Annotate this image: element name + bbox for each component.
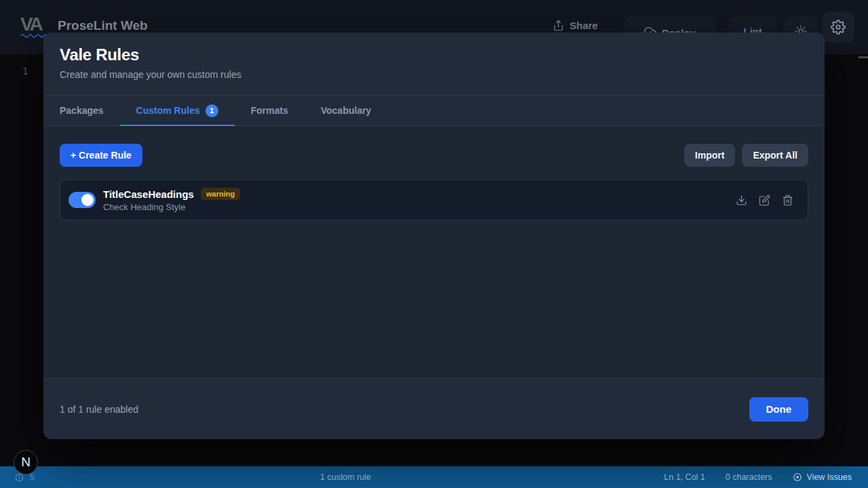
settings-button[interactable] [822,12,854,43]
editor-line-number: 1 [22,66,28,77]
edit-icon [759,195,770,206]
gear-icon [831,20,846,35]
rule-row: TitleCaseHeadings warning Check Heading … [60,180,808,220]
download-icon [736,195,747,206]
dialog-tabs: Packages Custom Rules 1 Formats Vocabula… [43,95,825,126]
tab-packages-label: Packages [60,105,104,116]
rules-toolbar: + Create Rule Import Export All [60,144,808,167]
screen: VA ProseLint Web Share Deploy Lint [0,0,868,488]
dev-tools-badge[interactable]: N [14,450,38,474]
app-title: ProseLint Web [58,18,148,33]
tab-vocabulary-label: Vocabulary [321,105,371,116]
tab-custom-rules[interactable]: Custom Rules 1 [120,96,235,125]
delete-rule-button[interactable] [778,190,797,209]
done-button[interactable]: Done [749,397,809,422]
cursor-position: Ln 1, Col 1 [664,472,705,482]
custom-rule-count: 1 custom rule [320,466,371,488]
create-rule-button[interactable]: + Create Rule [60,144,142,167]
problems-count: 5 [30,472,35,482]
share-icon [553,20,564,31]
share-label: Share [570,20,598,31]
tab-formats[interactable]: Formats [235,96,304,125]
eye-icon [793,472,802,482]
download-rule-button[interactable] [732,190,751,209]
export-all-button[interactable]: Export All [742,144,808,167]
import-button[interactable]: Import [684,144,736,167]
dialog-title: Vale Rules [60,45,808,64]
rule-actions [732,190,797,209]
character-count: 0 characters [726,472,772,482]
severity-badge: warning [201,188,240,200]
tab-packages[interactable]: Packages [43,96,120,125]
toggle-knob [81,194,94,206]
status-bar: 5 1 custom rule Ln 1, Col 1 0 characters… [0,466,868,488]
rule-description: Check Heading Style [103,202,240,212]
vale-rules-dialog: Vale Rules Create and manage your own cu… [43,33,825,439]
rule-enabled-toggle[interactable] [68,192,96,208]
rule-info: TitleCaseHeadings warning Check Heading … [103,188,240,212]
tab-formats-label: Formats [251,105,288,116]
dialog-header: Vale Rules Create and manage your own cu… [43,33,825,95]
view-issues-button[interactable]: View Issues [793,472,852,482]
dialog-body: + Create Rule Import Export All TitleCas… [43,126,825,378]
edit-rule-button[interactable] [755,190,774,209]
tab-custom-rules-badge: 1 [205,104,218,117]
dialog-subtitle: Create and manage your own custom rules [60,69,808,80]
view-issues-label: View Issues [807,472,852,482]
vale-logo: VA [20,14,41,35]
share-button[interactable]: Share [553,20,598,31]
tab-custom-rules-label: Custom Rules [136,105,200,116]
dialog-footer: 1 of 1 rule enabled Done [43,378,825,439]
tab-vocabulary[interactable]: Vocabulary [304,96,387,125]
statusbar-right: Ln 1, Col 1 0 characters View Issues [664,466,852,488]
rule-name: TitleCaseHeadings [103,188,194,200]
editor-scrollbar-thumb[interactable] [859,56,868,58]
trash-icon [782,195,793,206]
rules-enabled-summary: 1 of 1 rule enabled [60,404,138,415]
